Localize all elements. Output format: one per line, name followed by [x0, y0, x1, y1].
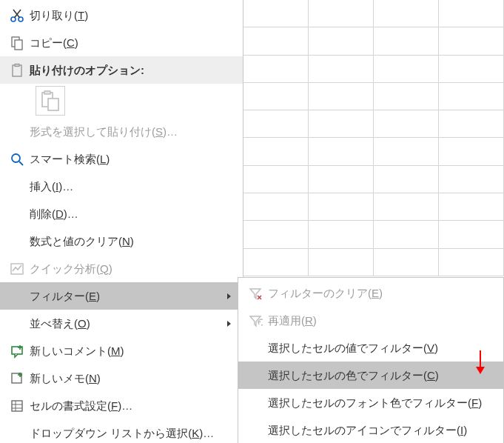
scissors-icon	[4, 8, 30, 23]
menu-item-label: 挿入(I)…	[30, 180, 225, 193]
submenu-item-reapply: 再適用(R)	[238, 307, 503, 334]
quick-analysis-icon	[4, 262, 30, 276]
filter-submenu: フィルターのクリア(E) 再適用(R) 選択したセルの値でフィルター(V) 選択…	[238, 277, 504, 443]
svg-line-3	[13, 10, 20, 18]
copy-icon	[4, 36, 30, 50]
menu-item-label: 新しいメモ(N)	[30, 372, 225, 385]
svg-rect-20	[12, 401, 22, 411]
menu-item-cut[interactable]: 切り取り(T)	[0, 1, 243, 29]
menu-item-filter[interactable]: フィルター(E)	[0, 282, 243, 310]
menu-item-label: スマート検索(L)	[30, 153, 225, 166]
menu-item-label: 選択したセルのフォント色でフィルター(F)	[268, 396, 494, 410]
menu-item-label: コピー(C)	[30, 36, 225, 50]
menu-item-label: セルの書式設定(F)…	[30, 399, 225, 413]
menu-item-clear-contents[interactable]: 数式と値のクリア(N)	[0, 227, 243, 255]
submenu-item-filter-by-value[interactable]: 選択したセルの値でフィルター(V)	[238, 334, 503, 362]
new-note-icon	[4, 371, 30, 386]
svg-rect-9	[44, 91, 50, 94]
menu-item-insert[interactable]: 挿入(I)…	[0, 173, 243, 200]
menu-item-paste-options-header: 貼り付けのオプション:	[0, 56, 243, 84]
menu-item-smart-lookup[interactable]: スマート検索(L)	[0, 145, 243, 173]
search-icon	[4, 152, 30, 167]
menu-item-label: フィルター(E)	[30, 290, 225, 303]
menu-item-delete[interactable]: 削除(D)…	[0, 200, 243, 227]
svg-rect-5	[15, 40, 22, 50]
menu-item-paste-special: 形式を選択して貼り付け(S)…	[0, 118, 243, 145]
svg-rect-7	[15, 64, 19, 66]
submenu-arrow-icon	[225, 320, 234, 327]
menu-item-label: 選択したセルの値でフィルター(V)	[268, 342, 494, 355]
menu-item-label: 並べ替え(O)	[30, 317, 225, 330]
menu-item-label: ドロップダウン リストから選択(K)…	[30, 427, 225, 440]
clear-filter-icon	[243, 286, 268, 301]
svg-rect-6	[13, 65, 21, 76]
menu-item-copy[interactable]: コピー(C)	[0, 29, 243, 56]
menu-item-label: 選択したセルのアイコンでフィルター(I)	[268, 424, 494, 437]
menu-item-label: フィルターのクリア(E)	[268, 287, 494, 300]
annotation-arrow-icon	[473, 349, 488, 376]
submenu-item-filter-by-color[interactable]: 選択したセルの色でフィルター(C)	[238, 362, 503, 389]
menu-item-new-note[interactable]: 新しいメモ(N)	[0, 364, 243, 392]
svg-rect-10	[48, 99, 58, 110]
paste-options-row	[0, 84, 243, 118]
reapply-icon	[243, 313, 268, 328]
menu-item-label: 再適用(R)	[268, 314, 494, 327]
svg-line-2	[15, 10, 21, 18]
svg-line-12	[19, 161, 23, 165]
submenu-item-filter-by-font-color[interactable]: 選択したセルのフォント色でフィルター(F)	[238, 389, 503, 416]
submenu-item-filter-by-icon[interactable]: 選択したセルのアイコンでフィルター(I)	[238, 416, 503, 443]
menu-item-label: 数式と値のクリア(N)	[30, 235, 225, 248]
new-comment-icon	[4, 344, 30, 359]
clipboard-icon	[4, 63, 30, 78]
menu-item-format-cells[interactable]: セルの書式設定(F)…	[0, 392, 243, 419]
paste-option-button[interactable]	[36, 86, 65, 116]
menu-item-label: 形式を選択して貼り付け(S)…	[30, 125, 225, 139]
svg-point-11	[12, 154, 20, 162]
menu-item-label: 切り取り(T)	[30, 9, 225, 22]
menu-item-sort[interactable]: 並べ替え(O)	[0, 310, 243, 337]
menu-item-quick-analysis: クイック分析(Q)	[0, 255, 243, 282]
submenu-item-clear-filter: フィルターのクリア(E)	[238, 279, 503, 307]
menu-item-label: クイック分析(Q)	[30, 262, 225, 276]
menu-item-label: 削除(D)…	[30, 207, 225, 221]
menu-item-new-comment[interactable]: 新しいコメント(M)	[0, 337, 243, 364]
menu-item-label: 新しいコメント(M)	[30, 344, 225, 358]
context-menu: 切り取り(T) コピー(C) 貼り付けのオプション:	[0, 0, 243, 443]
submenu-arrow-icon	[225, 293, 234, 300]
menu-item-label: 貼り付けのオプション:	[30, 64, 225, 77]
menu-item-label: 選択したセルの色でフィルター(C)	[268, 369, 494, 382]
format-cells-icon	[4, 399, 30, 413]
paste-clipboard-icon	[41, 90, 60, 111]
menu-item-dropdown-list[interactable]: ドロップダウン リストから選択(K)…	[0, 419, 243, 443]
